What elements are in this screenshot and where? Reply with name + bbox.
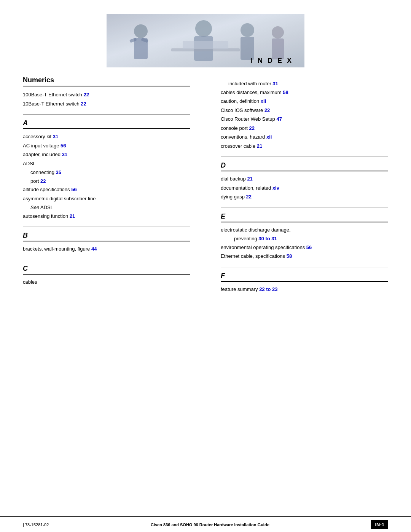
numerics-header: Numerics	[23, 76, 190, 86]
entry-included-with-router: included with router 31	[228, 80, 388, 88]
entry-asymmetric: asymmetric digital subscriber line	[23, 195, 190, 203]
right-column: included with router 31 cables distances…	[213, 76, 388, 509]
b-section: B brackets, wall-mounting, figure 44	[23, 232, 190, 253]
entry-preventing: preventing 30 to 31	[234, 235, 388, 243]
entry-dying-gasp: dying gasp 22	[221, 193, 388, 201]
f-section: F feature summary 22 to 23	[221, 272, 388, 293]
page-ref-31a[interactable]: 31	[53, 134, 58, 139]
entry-cables: cables	[23, 278, 190, 286]
page-ref-56a[interactable]: 56	[61, 143, 66, 149]
page-ref-22c[interactable]: 22	[40, 178, 46, 184]
b-header: B	[23, 232, 190, 241]
divider-e-f	[221, 267, 388, 267]
page-ref-21a[interactable]: 21	[70, 213, 75, 219]
entry-connecting: connecting 35	[30, 169, 190, 176]
entry-adsl: ADSL	[23, 160, 190, 168]
entry-environmental: environmental operating specifications 5…	[221, 244, 388, 251]
page-ref-58b[interactable]: 58	[287, 253, 292, 259]
entry-dial-backup: dial backup 21	[221, 175, 388, 183]
page-ref-22a[interactable]: 22	[83, 92, 89, 97]
entry-conventions-hazard: conventions, hazard xii	[221, 133, 388, 141]
page-ref-56c[interactable]: 56	[306, 244, 312, 250]
entry-ethernet-cable: Ethernet cable, specifications 58	[221, 252, 388, 260]
e-section: E electrostatic discharge damage, preven…	[221, 212, 388, 260]
page-wrapper: I N D E X Numerics 100Base-T Ethernet sw…	[0, 0, 411, 532]
divider-d-e	[221, 208, 388, 208]
svg-text:I N D E X: I N D E X	[251, 57, 293, 64]
footer-center: Cisco 836 and SOHO 96 Router Hardware In…	[151, 522, 269, 527]
entry-adapter: adapter, included 31	[23, 151, 190, 158]
page-ref-xiv[interactable]: xiv	[272, 185, 279, 191]
entry-see-adsl: See ADSL	[30, 204, 190, 211]
page-ref-22d[interactable]: 22	[264, 107, 270, 113]
entry-100base: 100Base-T Ethernet switch 22	[23, 91, 190, 99]
entry-documentation: documentation, related xiv	[221, 184, 388, 192]
page-ref-44[interactable]: 44	[91, 246, 97, 252]
svg-rect-13	[183, 41, 228, 49]
divider-numerics-a	[23, 114, 190, 115]
left-column: Numerics 100Base-T Ethernet switch 22 10…	[23, 76, 198, 509]
page-ref-31b[interactable]: 31	[62, 152, 67, 157]
page-ref-56b[interactable]: 56	[71, 187, 76, 192]
svg-point-2	[134, 24, 148, 38]
page-ref-35[interactable]: 35	[56, 169, 61, 175]
entry-ac-input: AC input voltage 56	[23, 142, 190, 150]
d-section: D dial backup 21 documentation, related …	[221, 161, 388, 201]
content-area: Numerics 100Base-T Ethernet switch 22 10…	[0, 69, 411, 516]
page-ref-22-23[interactable]: 22 to 23	[259, 286, 277, 292]
entry-feature-summary: feature summary 22 to 23	[221, 286, 388, 293]
entry-caution: caution, definition xii	[221, 97, 388, 105]
a-section: A accessory kit 31 AC input voltage 56 a…	[23, 119, 190, 220]
footer-left: | 78-15281-02	[23, 522, 49, 527]
page-ref-22e[interactable]: 22	[249, 125, 254, 131]
a-header: A	[23, 119, 190, 129]
page-ref-xii-a[interactable]: xii	[261, 98, 266, 104]
divider-b-c	[23, 260, 190, 260]
page-ref-21c[interactable]: 21	[247, 176, 252, 182]
svg-point-6	[195, 20, 212, 37]
entry-cisco-ios: Cisco IOS software 22	[221, 107, 388, 114]
page-ref-22b[interactable]: 22	[81, 101, 86, 107]
svg-point-10	[272, 26, 284, 38]
entry-10base: 10Base-T Ethernet switch 22	[23, 100, 190, 108]
page-ref-31c[interactable]: 31	[272, 81, 278, 86]
entry-console-port: console port 22	[221, 125, 388, 132]
svg-rect-9	[241, 37, 254, 60]
footer: | 78-15281-02 Cisco 836 and SOHO 96 Rout…	[0, 516, 411, 532]
entry-altitude: altitude specifications 56	[23, 186, 190, 193]
page-ref-58a[interactable]: 58	[283, 89, 288, 95]
c-header: C	[23, 265, 190, 275]
entry-port: port 22	[30, 177, 190, 185]
footer-right: IN-1	[371, 520, 388, 529]
entry-autosensing: autosensing function 21	[23, 212, 190, 220]
divider-c-d	[221, 157, 388, 157]
header-banner-svg: I N D E X	[107, 14, 304, 67]
page-ref-30-31[interactable]: 30 to 31	[258, 236, 277, 241]
f-header: F	[221, 272, 388, 282]
divider-a-b	[23, 227, 190, 227]
d-header: D	[221, 161, 388, 171]
entry-brackets: brackets, wall-mounting, figure 44	[23, 245, 190, 253]
c-section: C cables	[23, 265, 190, 286]
svg-point-8	[241, 23, 254, 37]
entry-crossover-cable: crossover cable 21	[221, 142, 388, 150]
entry-cisco-router-web-setup: Cisco Router Web Setup 47	[221, 115, 388, 123]
header-image: I N D E X	[0, 0, 411, 69]
page-ref-xii-b[interactable]: xii	[266, 134, 272, 140]
page-ref-47[interactable]: 47	[276, 116, 282, 122]
svg-rect-11	[272, 38, 284, 59]
entry-esd: electrostatic discharge damage,	[221, 226, 388, 234]
e-header: E	[221, 212, 388, 222]
c-right-section: included with router 31 cables distances…	[221, 76, 388, 150]
entry-cables-distances: cables distances, maximum 58	[221, 89, 388, 96]
entry-accessory-kit: accessory kit 31	[23, 133, 190, 141]
page-ref-22f[interactable]: 22	[246, 194, 252, 200]
numerics-section: Numerics 100Base-T Ethernet switch 22 10…	[23, 76, 190, 107]
page-ref-21b[interactable]: 21	[257, 143, 262, 149]
